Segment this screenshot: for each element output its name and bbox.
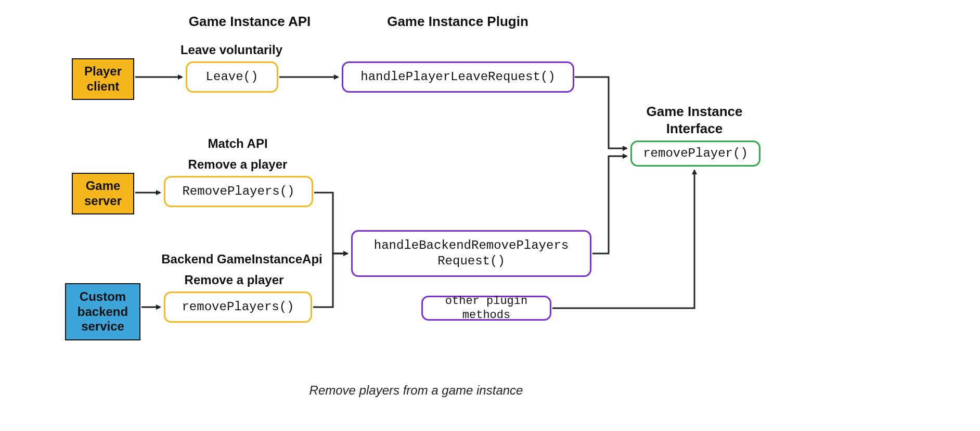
source-custom-backend: Custom backend service (65, 283, 140, 340)
plugin-handle-backend-remove: handleBackendRemovePlayers Request() (351, 230, 591, 277)
col-header-plugin: Game Instance Plugin (387, 14, 528, 30)
interface-remove-player: removePlayer() (630, 141, 760, 167)
subheader-remove-player-2: Remove a player (185, 273, 284, 287)
api-remove-players-backend: removePlayers() (164, 291, 312, 323)
subheader-match-api: Match API (208, 136, 267, 151)
source-player-client: Player client (72, 58, 134, 100)
subheader-leave: Leave voluntarily (180, 43, 282, 57)
api-remove-players: RemovePlayers() (164, 176, 313, 207)
subheader-remove-player: Remove a player (188, 157, 288, 172)
source-game-server: Game server (72, 173, 134, 214)
api-leave: Leave() (186, 61, 278, 93)
plugin-other-methods: other plugin methods (421, 296, 551, 321)
col-header-api: Game Instance API (189, 14, 311, 30)
subheader-backend-api: Backend GameInstanceApi (161, 252, 322, 267)
plugin-handle-leave: handlePlayerLeaveRequest() (342, 61, 574, 93)
col-header-interface: Game Instance Interface (647, 103, 743, 137)
diagram-canvas: Game Instance API Game Instance Plugin G… (0, 0, 980, 431)
diagram-caption: Remove players from a game instance (310, 383, 523, 398)
